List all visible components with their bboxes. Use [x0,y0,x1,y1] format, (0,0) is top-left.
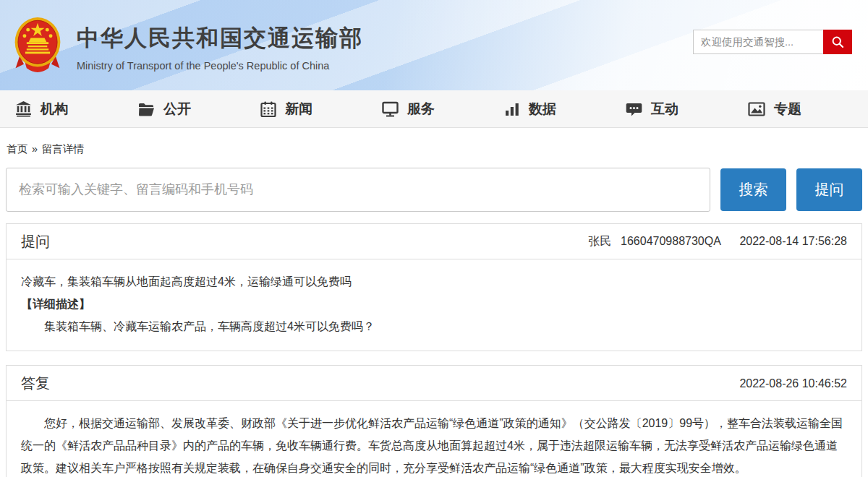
monitor-icon [381,100,399,118]
answer-text: 您好，根据交通运输部、发展改革委、财政部《关于进一步优化鲜活农产品运输“绿色通道… [21,412,847,477]
nav-label: 新闻 [285,100,312,119]
answer-box: 答复 2022-08-26 10:46:52 您好，根据交通运输部、发展改革委、… [6,365,862,477]
header-search-button[interactable] [823,30,852,54]
question-meta: 张民 1660470988730QA 2022-08-14 17:56:28 [589,234,847,249]
national-emblem-logo [10,16,65,75]
breadcrumb: 首页»留言详情 [0,128,868,166]
answer-body: 您好，根据交通运输部、发展改革委、财政部《关于进一步优化鲜活农产品运输“绿色通道… [7,401,861,477]
nav-item-news[interactable]: 新闻 [260,100,312,119]
question-detail: 集装箱车辆、冷藏车运输农产品，车辆高度超过4米可以免费吗？ [21,315,847,338]
nav-label: 数据 [529,100,556,119]
breadcrumb-home-link[interactable]: 首页 [7,143,27,155]
ask-question-button[interactable]: 提问 [796,168,862,211]
question-code: 1660470988730QA [621,235,720,247]
question-title: 提问 [21,232,50,252]
nav-item-data[interactable]: 数据 [503,100,556,119]
site-header: 中华人民共和国交通运输部 Ministry of Transport of th… [0,0,868,90]
question-header: 提问 张民 1660470988730QA 2022-08-14 17:56:2… [7,224,861,259]
brand-block: 中华人民共和国交通运输部 Ministry of Transport of th… [77,23,363,72]
calendar-icon [260,100,277,118]
question-author: 张民 [589,235,612,247]
nav-item-topics[interactable]: 专题 [747,100,801,119]
header-search [693,30,852,54]
nav-label: 机构 [41,100,68,119]
nav-item-services[interactable]: 服务 [381,100,435,119]
header-search-input[interactable] [693,30,823,54]
question-time: 2022-08-14 17:56:28 [739,235,847,247]
nav-label: 专题 [774,100,801,119]
speech-bubble-icon [625,100,643,118]
bank-icon [14,100,33,118]
nav-item-public[interactable]: 公开 [137,100,191,119]
question-box: 提问 张民 1660470988730QA 2022-08-14 17:56:2… [6,223,862,351]
site-subtitle-en: Ministry of Transport of the People's Re… [77,60,363,72]
picture-icon [747,100,766,118]
nav-label: 公开 [163,100,191,119]
site-title: 中华人民共和国交通运输部 [77,23,363,53]
question-detail-label: 【详细描述】 [21,293,847,315]
nav-label: 互动 [651,100,678,119]
question-summary: 冷藏车，集装箱车辆从地面起高度超过4米，运输绿通可以免费吗 [21,270,847,293]
answer-time: 2022-08-26 10:46:52 [739,377,847,390]
nav-item-institutions[interactable]: 机构 [14,100,68,119]
breadcrumb-separator: » [32,143,38,155]
nav-label: 服务 [407,100,435,119]
question-body: 冷藏车，集装箱车辆从地面起高度超过4米，运输绿通可以免费吗 【详细描述】 集装箱… [7,259,861,351]
message-search-bar: 搜索 提问 [6,168,862,212]
bar-chart-icon [503,100,521,118]
main-nav: 机构 公开 新闻 服务 数据 互 [0,90,868,128]
folder-icon [137,100,156,118]
answer-header: 答复 2022-08-26 10:46:52 [7,366,861,401]
search-button[interactable]: 搜索 [720,168,786,211]
breadcrumb-current: 留言详情 [42,143,84,155]
search-icon [830,35,845,49]
nav-item-interaction[interactable]: 互动 [625,100,678,119]
answer-title: 答复 [21,374,50,393]
message-search-input[interactable] [6,168,710,212]
